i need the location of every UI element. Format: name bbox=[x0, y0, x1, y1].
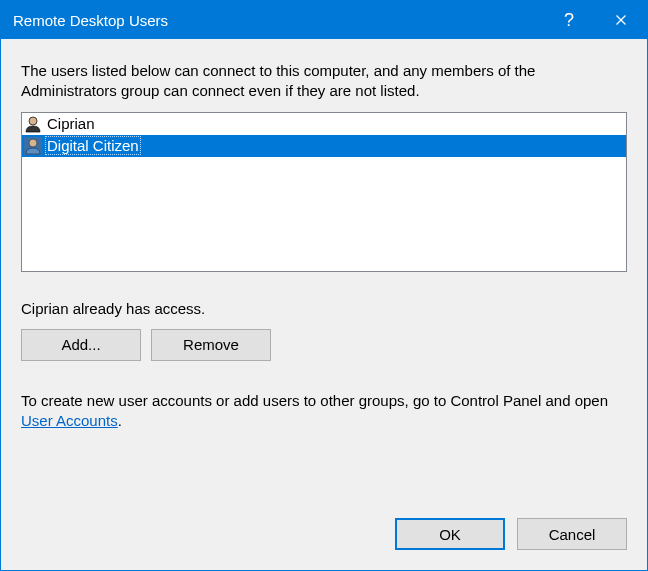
svg-point-3 bbox=[29, 117, 37, 125]
list-item[interactable]: Ciprian bbox=[22, 113, 626, 135]
window-title: Remote Desktop Users bbox=[13, 12, 543, 29]
remove-button[interactable]: Remove bbox=[151, 329, 271, 361]
list-item-label: Digital Citizen bbox=[45, 136, 141, 155]
titlebar: Remote Desktop Users ? bbox=[1, 1, 647, 39]
dialog-content: The users listed below can connect to th… bbox=[1, 39, 647, 502]
cancel-button[interactable]: Cancel bbox=[517, 518, 627, 550]
user-icon bbox=[24, 115, 42, 133]
users-listbox[interactable]: Ciprian Digital Citizen bbox=[21, 112, 627, 272]
access-note: Ciprian already has access. bbox=[21, 300, 627, 317]
titlebar-buttons: ? bbox=[543, 1, 647, 39]
ok-button[interactable]: OK bbox=[395, 518, 505, 550]
user-accounts-link[interactable]: User Accounts bbox=[21, 412, 118, 429]
user-icon bbox=[24, 137, 42, 155]
help-suffix: . bbox=[118, 412, 122, 429]
list-buttons-row: Add... Remove bbox=[21, 329, 627, 361]
list-item-label: Ciprian bbox=[45, 115, 97, 132]
description-text: The users listed below can connect to th… bbox=[21, 61, 627, 102]
dialog-footer: OK Cancel bbox=[1, 502, 647, 570]
help-prefix: To create new user accounts or add users… bbox=[21, 392, 608, 409]
close-icon bbox=[615, 14, 627, 26]
help-text: To create new user accounts or add users… bbox=[21, 391, 627, 432]
svg-point-5 bbox=[29, 139, 37, 147]
close-button[interactable] bbox=[595, 1, 647, 39]
dialog-window: Remote Desktop Users ? The users listed … bbox=[0, 0, 648, 571]
help-icon: ? bbox=[564, 10, 574, 31]
add-button[interactable]: Add... bbox=[21, 329, 141, 361]
help-button[interactable]: ? bbox=[543, 1, 595, 39]
list-item[interactable]: Digital Citizen bbox=[22, 135, 626, 157]
